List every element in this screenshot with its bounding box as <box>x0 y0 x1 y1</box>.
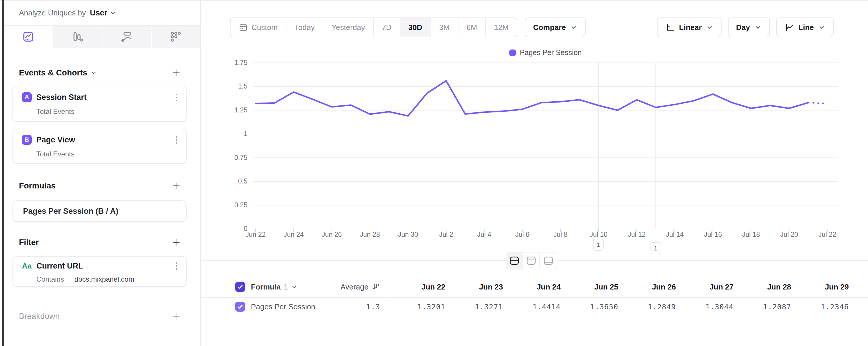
report-main-panel: Custom Today Yesterday 7D 30D 3M 6M 12M … <box>201 1 868 346</box>
average-value-cell: 1.3 <box>327 302 391 311</box>
annotation-badge[interactable]: 1 <box>650 242 661 254</box>
x-axis-label: Jul 4 <box>477 231 491 238</box>
checkmark-icon <box>236 283 244 291</box>
x-axis-label: Jul 14 <box>666 231 684 238</box>
formula-group-label[interactable]: Formula 1 <box>245 283 327 291</box>
formula-card[interactable]: Pages Per Session (B / A) <box>12 200 187 222</box>
formula-group-checkbox[interactable] <box>235 282 245 292</box>
event-aggregation[interactable]: Total Events <box>22 150 179 158</box>
x-axis-label: Jul 16 <box>704 231 722 238</box>
query-builder-sidebar: Analyze Uniques by User <box>4 1 201 346</box>
add-event-button[interactable] <box>170 67 182 79</box>
column-header[interactable]: Jun 22 <box>391 283 448 291</box>
column-header[interactable]: Jun 29 <box>794 283 852 291</box>
y-axis-label: 1.25 <box>201 106 247 114</box>
chart-focus-button[interactable] <box>523 253 540 269</box>
event-aggregation[interactable]: Total Events <box>22 108 179 116</box>
range-7d-button[interactable]: 7D <box>374 18 400 37</box>
date-range-segmented-control: Custom Today Yesterday 7D 30D 3M 6M 12M <box>230 18 517 37</box>
filter-value: docs.mixpanel.com <box>74 275 134 283</box>
value-cell: 1.2087 <box>737 302 794 311</box>
formula-expression: Pages Per Session (B / A) <box>23 207 119 216</box>
chevron-down-icon <box>706 24 713 31</box>
tab-bar-chart[interactable] <box>53 26 102 48</box>
y-axis-label: 0.75 <box>201 154 247 162</box>
filter-operator: Contains <box>36 275 64 283</box>
y-axis-label: 1 <box>201 130 247 138</box>
series-line-projected <box>808 103 828 104</box>
range-30d-button[interactable]: 30D <box>400 18 431 37</box>
results-table: Formula 1 Average Jun 22 Jun 23 Jun 24 J… <box>201 277 868 316</box>
analyze-by-label: Analyze Uniques by <box>19 8 86 18</box>
column-header[interactable]: Jun 24 <box>506 283 563 291</box>
range-3m-button[interactable]: 3M <box>431 18 459 37</box>
x-axis-label: Jul 20 <box>780 231 798 238</box>
filter-title: Filter <box>19 238 39 247</box>
column-header[interactable]: Jun 28 <box>737 283 794 291</box>
range-12m-button[interactable]: 12M <box>486 18 517 37</box>
analyze-by-selector[interactable]: User <box>90 8 117 18</box>
column-header[interactable]: Jun 25 <box>563 283 621 291</box>
annotation-badge[interactable]: 1 <box>593 239 604 251</box>
tab-flows[interactable] <box>102 26 152 48</box>
plus-icon <box>171 181 181 191</box>
mixpanel-insights-report: Analyze Uniques by User <box>0 0 868 346</box>
compare-button[interactable]: Compare <box>525 18 586 37</box>
chart-type-dropdown[interactable]: Line <box>776 18 834 37</box>
column-header[interactable]: Jun 26 <box>621 283 679 291</box>
value-cell: 1.3271 <box>448 302 506 311</box>
table-row: Pages Per Session 1.3 1.3201 1.3271 1.44… <box>201 298 868 316</box>
range-today-button[interactable]: Today <box>286 18 323 37</box>
add-breakdown-button[interactable] <box>170 311 182 322</box>
plus-icon <box>171 311 181 321</box>
filter-header: Filter <box>19 236 182 248</box>
x-axis-label: Jun 22 <box>245 231 266 238</box>
add-filter-button[interactable] <box>170 236 182 248</box>
interval-dropdown[interactable]: Day <box>728 18 770 37</box>
x-axis-label: Jul 2 <box>439 231 453 238</box>
plus-icon <box>171 68 181 78</box>
checkmark-icon <box>236 303 244 311</box>
series-name-cell: Pages Per Session <box>245 302 327 311</box>
filter-condition[interactable]: Contains docs.mixpanel.com <box>22 275 179 283</box>
date-range-toolbar: Custom Today Yesterday 7D 30D 3M 6M 12M … <box>230 18 586 37</box>
range-yesterday-button[interactable]: Yesterday <box>323 18 374 37</box>
range-6m-button[interactable]: 6M <box>459 18 486 37</box>
line-chart[interactable]: 00.250.50.7511.251.51.7511Jun 22Jun 24Ju… <box>201 44 868 265</box>
kebab-menu-icon[interactable] <box>175 261 179 271</box>
kebab-menu-icon[interactable] <box>175 135 179 145</box>
y-axis-label: 0.5 <box>201 177 247 185</box>
event-badge-b: B <box>22 135 32 145</box>
formulas-header: Formulas <box>19 180 182 192</box>
value-cell: 1.3201 <box>391 302 448 311</box>
table-focus-button[interactable] <box>540 253 557 269</box>
column-header[interactable]: Jun 23 <box>448 283 506 291</box>
kebab-menu-icon[interactable] <box>175 93 179 102</box>
x-axis-label: Jun 28 <box>360 231 380 238</box>
split-view-icon <box>509 256 520 266</box>
event-card-session-start[interactable]: A Session Start Total Events <box>12 86 187 122</box>
tab-retention[interactable] <box>152 26 200 48</box>
y-axis-label: 0.25 <box>201 201 247 209</box>
table-header-row: Formula 1 Average Jun 22 Jun 23 Jun 24 J… <box>201 277 868 298</box>
y-axis-label: 1.5 <box>201 82 247 90</box>
scale-dropdown[interactable]: Linear <box>657 18 721 37</box>
bar-chart-icon <box>71 31 84 43</box>
range-custom-button[interactable]: Custom <box>230 18 286 37</box>
split-view-button[interactable] <box>506 253 523 269</box>
x-axis-label: Jun 26 <box>322 231 342 238</box>
filter-card-current-url[interactable]: Aa Current URL Contains docs.mixpanel.co… <box>12 256 187 287</box>
chevron-down-icon <box>90 69 97 76</box>
events-cohorts-header: Events & Cohorts <box>19 67 182 79</box>
column-header[interactable]: Jun 27 <box>679 283 737 291</box>
event-card-page-view[interactable]: B Page View Total Events <box>12 129 187 164</box>
event-badge-a: A <box>22 92 32 102</box>
events-cohorts-title[interactable]: Events & Cohorts <box>19 68 97 78</box>
average-column-header[interactable]: Average <box>327 283 391 291</box>
series-checkbox[interactable] <box>235 302 245 312</box>
tab-insights-line[interactable] <box>4 26 53 48</box>
series-line <box>255 81 808 116</box>
value-cell: 1.2346 <box>794 302 852 311</box>
add-formula-button[interactable] <box>170 180 182 192</box>
analyze-by-row: Analyze Uniques by User <box>4 1 200 26</box>
